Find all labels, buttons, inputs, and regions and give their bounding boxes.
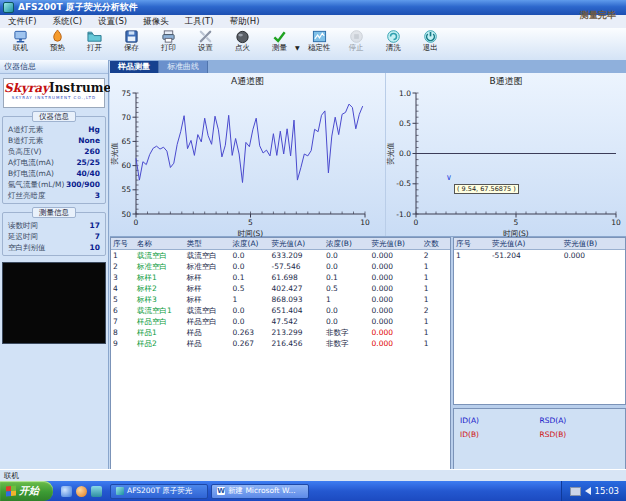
tab-standard-curve[interactable]: 标准曲线 xyxy=(159,61,208,73)
quicklaunch-browser-icon[interactable] xyxy=(61,486,72,497)
system-tray: 15:03 xyxy=(561,481,626,501)
menu-item[interactable]: 文件(F) xyxy=(0,16,45,28)
start-button[interactable]: 开始 xyxy=(0,481,53,501)
table-row[interactable]: 3标样1标样0.161.6980.10.0001 xyxy=(111,272,450,283)
column-header[interactable]: 次数 xyxy=(422,238,450,250)
camera-view[interactable] xyxy=(2,262,106,344)
clock: 15:03 xyxy=(595,486,620,496)
main-area: 样品测量标准曲线 A通道图 5055606570750510时间(S)荧光值 B… xyxy=(110,60,626,470)
title-bar[interactable]: AFS200T 原子荧光分析软件 xyxy=(0,0,626,15)
channel-b-chart: B通道图 1.00.50.0-0.5-1.00510时间(S)荧光值 xyxy=(385,73,626,236)
taskbar-task-button[interactable]: AFS200T 原子荧光 xyxy=(110,484,208,499)
settings-button[interactable]: 设置 xyxy=(187,28,224,59)
open-icon xyxy=(87,29,102,44)
rsd-b-label: RSD(B) xyxy=(540,428,620,442)
toolbar-button-label: 退出 xyxy=(423,44,438,52)
volume-icon[interactable] xyxy=(585,487,591,495)
connect-icon xyxy=(13,29,28,44)
word-doc-icon: W xyxy=(217,487,225,495)
app-icon xyxy=(3,2,14,13)
brand-logo: SkyrayInstrument SKYRAY INSTRUMENT CO.,L… xyxy=(3,78,105,108)
rsd-a-label: RSD(A) xyxy=(540,414,620,428)
afs-app-icon xyxy=(116,487,124,495)
channel-b-chart-title: B通道图 xyxy=(386,73,626,88)
measure-button[interactable]: 测量 xyxy=(261,28,298,59)
table-row[interactable]: 7样品空白样品空白0.047.5420.00.0001 xyxy=(111,316,450,327)
repeat-table[interactable]: 序号荧光值(A)荧光值(B) 1-51.2040.000 xyxy=(454,238,625,261)
column-header[interactable]: 序号 xyxy=(454,238,490,250)
clean-button[interactable]: 清洗 xyxy=(375,28,412,59)
svg-text:50: 50 xyxy=(121,210,131,219)
preheat-icon xyxy=(50,29,65,44)
windows-flag-icon xyxy=(6,485,16,496)
toolbar-button-label: 测量 xyxy=(272,44,287,52)
info-row: 延迟时间7 xyxy=(3,231,105,242)
toolbar-button-label: 点火 xyxy=(235,44,250,52)
open-button[interactable]: 打开 xyxy=(76,28,113,59)
column-header[interactable]: 类型 xyxy=(185,238,231,250)
ignite-button[interactable]: 点火 xyxy=(224,28,261,59)
svg-text:10: 10 xyxy=(611,218,621,227)
table-row[interactable]: 1-51.2040.000 xyxy=(454,250,625,262)
menu-item[interactable]: 设置(S) xyxy=(90,16,135,28)
table-row[interactable]: 2标准空白标准空白0.0-57.5460.00.0001 xyxy=(111,261,450,272)
table-row[interactable]: 1载流空白载流空白0.0633.2090.00.0002 xyxy=(111,250,450,262)
stats-box: ID(A) RSD(A) ID(B) RSD(B) xyxy=(453,408,626,470)
column-header[interactable]: 序号 xyxy=(111,238,135,250)
brand-tagline: SKYRAY INSTRUMENT CO.,LTD xyxy=(4,95,104,101)
tray-device-icon[interactable] xyxy=(570,487,581,496)
quicklaunch-folder-icon[interactable] xyxy=(91,486,102,497)
table-row[interactable]: 4标样2标样0.5402.4270.50.0001 xyxy=(111,283,450,294)
toolbar-button-label: 稳定性 xyxy=(308,44,331,52)
save-icon xyxy=(124,29,139,44)
stability-button[interactable]: 稳定性 xyxy=(301,28,338,59)
channel-a-plot[interactable]: 5055606570750510时间(S)荧光值 xyxy=(110,88,385,238)
quicklaunch-app-icon[interactable] xyxy=(76,486,87,497)
info-row: A道灯元素Hg xyxy=(3,124,105,135)
toolbar-button-label: 清洗 xyxy=(386,44,401,52)
measure-info-rows: 读数时间17延迟时间7空白判别值10 xyxy=(3,220,105,253)
menu-item[interactable]: 帮助(H) xyxy=(221,16,267,28)
repeat-panel: 序号荧光值(A)荧光值(B) 1-51.2040.000 ID(A) RSD(A… xyxy=(453,237,626,470)
measure-info-group: 测量信息 读数时间17延迟时间7空白判别值10 xyxy=(2,212,106,256)
tab-sample-measure[interactable]: 样品测量 xyxy=(110,61,159,73)
save-button[interactable]: 保存 xyxy=(113,28,150,59)
exit-button[interactable]: 退出 xyxy=(412,28,449,59)
sample-table-wrap: 序号名称类型浓度(A)荧光值(A)浓度(B)荧光值(B)次数 1载流空白载流空白… xyxy=(110,237,451,470)
column-header[interactable]: 荧光值(A) xyxy=(490,238,562,250)
toolbar-button-label: 保存 xyxy=(124,44,139,52)
svg-text:0: 0 xyxy=(134,218,139,227)
info-row: B灯电流(mA)40/40 xyxy=(3,168,105,179)
measure-icon xyxy=(272,29,287,44)
connect-button[interactable]: 联机 xyxy=(2,28,39,59)
svg-text:55: 55 xyxy=(121,185,131,194)
column-header[interactable]: 荧光值(B) xyxy=(370,238,422,250)
channel-b-plot[interactable]: 1.00.50.0-0.5-1.00510时间(S)荧光值 xyxy=(386,88,626,238)
table-row[interactable]: 6载流空白1载流空白0.0651.4040.00.0002 xyxy=(111,305,450,316)
measure-dropdown-icon[interactable]: ▼ xyxy=(295,44,300,51)
menu-item[interactable]: 工具(T) xyxy=(177,16,222,28)
column-header[interactable]: 名称 xyxy=(135,238,185,250)
table-row[interactable]: 9样品2样品0.267216.456非数字0.0001 xyxy=(111,338,450,349)
stop-button: 停止 xyxy=(338,28,375,59)
table-row[interactable]: 8样品1样品0.263213.299非数字0.0001 xyxy=(111,327,450,338)
column-header[interactable]: 荧光值(B) xyxy=(562,238,625,250)
info-row: 负高压(V)260 xyxy=(3,146,105,157)
sample-table[interactable]: 序号名称类型浓度(A)荧光值(A)浓度(B)荧光值(B)次数 1载流空白载流空白… xyxy=(111,238,450,349)
column-header[interactable]: 浓度(A) xyxy=(230,238,269,250)
svg-text:0: 0 xyxy=(414,218,419,227)
column-header[interactable]: 荧光值(A) xyxy=(270,238,324,250)
taskbar-task-button[interactable]: W新建 Microsoft W... xyxy=(211,484,309,499)
print-button[interactable]: 打印 xyxy=(150,28,187,59)
charts-panel: A通道图 5055606570750510时间(S)荧光值 B通道图 1.00.… xyxy=(110,73,626,237)
column-header[interactable]: 浓度(B) xyxy=(324,238,370,250)
menu-item[interactable]: 系统(C) xyxy=(45,16,91,28)
print-icon xyxy=(161,29,176,44)
tab-bar: 样品测量标准曲线 xyxy=(110,60,626,73)
preheat-button[interactable]: 预热 xyxy=(39,28,76,59)
svg-text:75: 75 xyxy=(121,89,131,98)
svg-text:70: 70 xyxy=(121,113,131,122)
table-row[interactable]: 5标样3标样1868.09310.0001 xyxy=(111,294,450,305)
repeat-table-wrap: 序号荧光值(A)荧光值(B) 1-51.2040.000 xyxy=(453,237,626,405)
menu-item[interactable]: 摄像头 xyxy=(135,16,177,28)
